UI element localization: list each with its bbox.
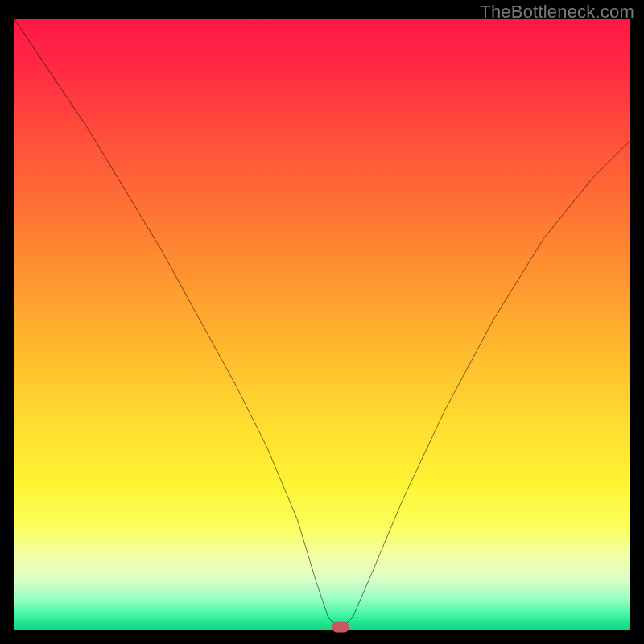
bottleneck-curve xyxy=(14,19,630,630)
chart-frame: TheBottleneck.com xyxy=(0,0,644,644)
watermark-text: TheBottleneck.com xyxy=(480,2,634,23)
curve-path xyxy=(14,19,630,630)
bottleneck-marker xyxy=(332,622,349,633)
plot-area xyxy=(14,19,630,630)
